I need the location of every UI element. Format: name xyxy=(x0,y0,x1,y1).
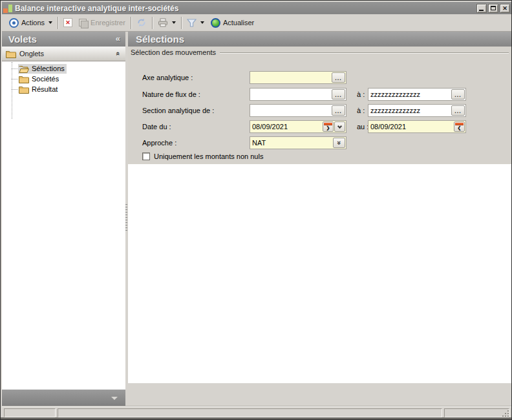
actions-menu-button[interactable]: Actions xyxy=(6,17,56,29)
window-frame-edge xyxy=(1,417,511,419)
section-from-input[interactable] xyxy=(252,106,330,115)
tree-item-label: Sociétés xyxy=(32,75,59,83)
nature-to-lookup-button[interactable]: ... xyxy=(451,89,465,100)
selections-panel: Sélections Sélection des mouvements Axe … xyxy=(128,32,511,406)
status-cell-right xyxy=(444,408,509,417)
approche-field: » xyxy=(250,136,347,149)
date-du-field: ❯ xyxy=(250,120,347,133)
ellipsis-icon: ... xyxy=(452,108,464,114)
ellipsis-icon: ... xyxy=(332,75,345,81)
status-bar xyxy=(2,406,511,419)
maximize-icon xyxy=(491,6,496,10)
axe-analytique-label: Axe analytique : xyxy=(142,71,193,84)
axe-lookup-button[interactable]: ... xyxy=(332,72,345,83)
section-to-field: ... xyxy=(368,104,466,117)
section-to-lookup-button[interactable]: ... xyxy=(451,105,465,116)
status-cell-left xyxy=(4,408,56,417)
date-au-input[interactable] xyxy=(370,122,449,131)
collapse-group-icon[interactable]: « xyxy=(114,52,122,56)
chevron-down-icon xyxy=(337,124,342,129)
dropdown-caret-icon xyxy=(48,21,52,24)
approche-label: Approche : xyxy=(142,136,176,149)
date-du-dropdown-button[interactable] xyxy=(334,121,345,132)
nature-flux-to-input[interactable] xyxy=(370,90,449,99)
delete-icon: ✕ xyxy=(63,18,72,27)
delete-button[interactable]: ✕ xyxy=(60,17,76,28)
open-folder-icon xyxy=(19,65,29,73)
main-content-area xyxy=(128,164,511,383)
date-du-label: Date du : xyxy=(142,120,171,133)
close-button[interactable]: ✕ xyxy=(500,4,510,13)
close-icon: ✕ xyxy=(500,5,509,12)
printer-icon xyxy=(158,18,168,27)
save-label: Enregistrer xyxy=(91,19,125,26)
onglets-group-bar[interactable]: Onglets « xyxy=(2,47,125,61)
date-du-input[interactable] xyxy=(252,122,321,131)
toolbar-separator xyxy=(131,17,131,29)
section-to-label: à : xyxy=(357,104,365,117)
window-title: Balance interactive analytique inter-soc… xyxy=(15,4,476,13)
actualiser-icon xyxy=(211,18,220,28)
movement-selection-group: Sélection des mouvements Axe analytique … xyxy=(128,47,511,164)
group-title: Sélection des mouvements xyxy=(131,48,216,56)
toolbar-separator xyxy=(58,17,58,29)
tree-item-societes[interactable]: Sociétés xyxy=(12,74,61,84)
nature-flux-to-label: à : xyxy=(357,88,365,101)
filter-funnel-icon xyxy=(187,19,197,27)
approche-dropdown-button[interactable]: » xyxy=(333,138,345,148)
folder-icon xyxy=(19,85,29,94)
tree-item-resultat[interactable]: Résultat xyxy=(12,84,59,94)
ellipsis-icon: ... xyxy=(332,92,345,98)
app-icon xyxy=(3,4,12,13)
approche-input[interactable] xyxy=(252,138,330,147)
dropdown-caret-icon xyxy=(172,21,176,24)
chevron-right-icon: ❯ xyxy=(323,125,333,131)
section-from-field: ... xyxy=(250,104,347,117)
save-icon xyxy=(79,19,88,27)
print-button[interactable] xyxy=(155,17,179,28)
actions-bullseye-icon xyxy=(9,18,19,28)
collapse-panel-button[interactable]: « xyxy=(116,32,120,47)
tree-item-selections[interactable]: Sélections xyxy=(12,63,67,74)
date-au-label: au : xyxy=(357,120,368,133)
dropdown-caret-icon xyxy=(200,21,204,24)
section-to-input[interactable] xyxy=(370,106,449,115)
maximize-button[interactable] xyxy=(488,4,498,13)
toolbar: Actions ✕ Enregistrer xyxy=(2,14,511,32)
nature-flux-to-field: ... xyxy=(368,88,466,101)
date-du-picker-button[interactable]: ❯ xyxy=(323,121,334,132)
sync-button[interactable] xyxy=(133,16,150,29)
minimize-button[interactable] xyxy=(476,4,487,13)
splitter-handle-icon xyxy=(125,204,127,231)
toolbar-separator xyxy=(152,17,153,29)
axe-analytique-input[interactable] xyxy=(252,73,330,82)
save-button[interactable]: Enregistrer xyxy=(76,17,129,28)
tree-item-label: Sélections xyxy=(32,65,65,72)
date-au-picker-button[interactable]: ❮ xyxy=(454,121,465,132)
onglets-tree: Sélections Sociétés xyxy=(2,61,125,389)
section-from-lookup-button[interactable]: ... xyxy=(332,105,345,116)
title-bar: Balance interactive analytique inter-soc… xyxy=(2,2,511,14)
nature-flux-from-input[interactable] xyxy=(252,90,330,99)
status-cell-middle xyxy=(58,408,442,417)
resize-grip[interactable] xyxy=(507,415,509,417)
folder-icon xyxy=(6,50,16,58)
nature-from-lookup-button[interactable]: ... xyxy=(332,89,345,100)
ellipsis-icon: ... xyxy=(452,92,464,98)
actualiser-label: Actualiser xyxy=(223,19,254,26)
date-au-field: ❮ xyxy=(368,120,466,133)
only-nonzero-checkbox[interactable] xyxy=(142,152,150,160)
scroll-down-icon[interactable] xyxy=(111,397,118,400)
chevrons-down-icon: » xyxy=(336,138,343,149)
minimize-icon xyxy=(479,10,484,11)
sync-arrows-icon xyxy=(136,17,147,28)
actions-label: Actions xyxy=(21,19,45,26)
application-window: Balance interactive analytique inter-soc… xyxy=(0,0,512,420)
volets-panel: Volets « Onglets « Sélections xyxy=(2,32,125,406)
filter-button[interactable] xyxy=(184,17,208,28)
ellipsis-icon: ... xyxy=(332,108,345,114)
chevron-left-icon: ❮ xyxy=(454,125,464,131)
toolbar-separator xyxy=(181,17,182,29)
volets-title: Volets xyxy=(8,34,37,45)
actualiser-button[interactable]: Actualiser xyxy=(208,17,257,29)
